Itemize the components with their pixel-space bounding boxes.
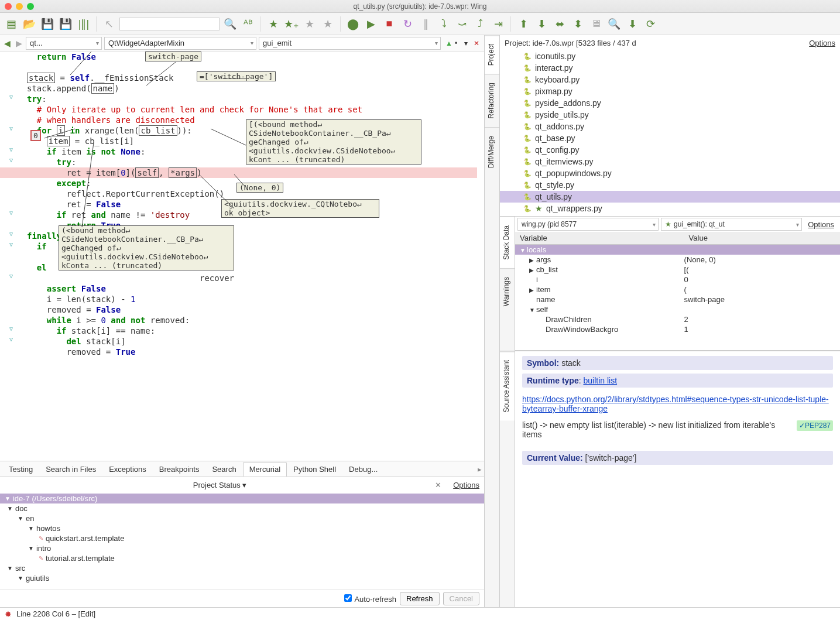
- tab-debug-[interactable]: Debug...: [342, 462, 384, 477]
- crumb-file[interactable]: qt...: [26, 37, 102, 50]
- tab-python-shell[interactable]: Python Shell: [287, 462, 342, 477]
- stack-options-link[interactable]: Options: [808, 220, 834, 229]
- monitor-icon[interactable]: 🖥: [588, 16, 604, 32]
- tree-item[interactable]: ▼howtos: [0, 523, 484, 533]
- nav-back-icon[interactable]: ◀: [2, 39, 12, 48]
- file-item[interactable]: 🐍qt_itemviews.py: [500, 156, 840, 167]
- mercurial-tree[interactable]: ▼ide-7 (/Users/sdeibel/src) ▼doc▼en▼howt…: [0, 492, 484, 590]
- crumb-method[interactable]: gui_emit: [259, 37, 441, 50]
- runtime-type-link[interactable]: builtin list: [583, 376, 617, 385]
- search-input[interactable]: [119, 18, 220, 30]
- tree-item[interactable]: ▼doc: [0, 503, 484, 513]
- variable-row[interactable]: ▼locals: [515, 245, 840, 255]
- tab-project[interactable]: Project: [485, 35, 499, 74]
- file-item[interactable]: 🐍pixmap.py: [500, 85, 840, 97]
- auto-refresh-checkbox[interactable]: Auto-refresh: [344, 594, 396, 604]
- tree-item[interactable]: ▼intro: [0, 543, 484, 553]
- tab-warnings[interactable]: Warnings: [500, 268, 515, 314]
- step-into-icon[interactable]: ⤵: [436, 16, 451, 32]
- bookmark-prev-icon[interactable]: ★: [302, 16, 317, 32]
- variable-row[interactable]: ▶args(None, 0): [515, 255, 840, 265]
- file-item[interactable]: 🐍pyside_addons.py: [500, 97, 840, 109]
- variable-row[interactable]: nameswitch-page: [515, 294, 840, 304]
- close-panel-icon[interactable]: ✕: [435, 481, 441, 489]
- warning-icon[interactable]: ▲: [445, 39, 454, 47]
- tree-item[interactable]: ▼en: [0, 513, 484, 523]
- tab-exceptions[interactable]: Exceptions: [102, 462, 153, 477]
- step-out-icon[interactable]: ⤴: [472, 16, 488, 32]
- tree-item[interactable]: ✎tutorial.arst.template: [0, 553, 484, 563]
- frame-out-icon[interactable]: ⬌: [552, 16, 567, 32]
- step-over-icon[interactable]: ⤻: [454, 16, 469, 32]
- file-item[interactable]: 🐍★ qt_wrappers.py: [500, 203, 840, 214]
- variable-row[interactable]: i0: [515, 275, 840, 285]
- frame-down-icon[interactable]: ⬇: [534, 16, 549, 32]
- open-file-icon[interactable]: 📂: [22, 16, 37, 32]
- project-options-link[interactable]: Options: [809, 39, 835, 47]
- pause-icon[interactable]: ‖: [418, 16, 433, 32]
- bottom-options-link[interactable]: Options: [453, 481, 479, 489]
- file-item[interactable]: 🐍qt_utils.py: [500, 191, 840, 203]
- play-icon[interactable]: ▶: [364, 16, 379, 32]
- variable-row[interactable]: ▼self: [515, 304, 840, 314]
- close-icon[interactable]: ✕: [474, 39, 482, 47]
- restart-icon[interactable]: ↻: [400, 16, 415, 32]
- tree-item[interactable]: ▼guiutils: [0, 573, 484, 583]
- file-item[interactable]: 🐍keyboard.py: [500, 74, 840, 85]
- file-item[interactable]: 🐍interact.py: [500, 62, 840, 74]
- variable-row[interactable]: ▶cb_list[(: [515, 265, 840, 275]
- file-item[interactable]: 🐍pyside_utils.py: [500, 109, 840, 121]
- variable-row[interactable]: DrawWindowBackgro1: [515, 324, 840, 334]
- refresh-button[interactable]: Refresh: [400, 592, 440, 605]
- spellcheck-icon[interactable]: ᴬᴮ: [241, 16, 256, 32]
- frame-selector[interactable]: ★gui_emit(): qt_ut: [661, 218, 802, 231]
- nav-fwd-icon[interactable]: ▶: [14, 39, 23, 48]
- pointer-icon[interactable]: ↖: [101, 16, 116, 32]
- search-icon[interactable]: 🔍: [222, 16, 238, 32]
- save-all-icon[interactable]: 💾: [58, 16, 73, 32]
- variable-row[interactable]: ▶item(: [515, 285, 840, 294]
- bookmark-next-icon[interactable]: ★: [320, 16, 335, 32]
- tree-item[interactable]: ▼src: [0, 563, 484, 573]
- download-icon[interactable]: ⬇: [625, 16, 640, 32]
- tab-source-assistant[interactable]: Source Assistant: [500, 351, 515, 420]
- file-item[interactable]: 🐍iconutils.py: [500, 50, 840, 62]
- file-item[interactable]: 🐍qt_popupwindows.py: [500, 167, 840, 179]
- variables-table[interactable]: VariableValue ▼locals▶args(None, 0)▶cb_l…: [515, 232, 840, 350]
- doc-link[interactable]: https://docs.python.org/2/library/stdtyp…: [522, 395, 829, 413]
- project-status-dropdown[interactable]: Project Status ▾: [193, 481, 247, 489]
- save-icon[interactable]: 💾: [40, 16, 55, 32]
- process-selector[interactable]: wing.py (pid 8577: [517, 218, 659, 231]
- project-file-list[interactable]: 🐍iconutils.py🐍interact.py🐍keyboard.py🐍pi…: [500, 50, 840, 216]
- bug-icon[interactable]: ✸: [5, 609, 12, 619]
- tab-stack-data[interactable]: Stack Data: [500, 217, 515, 268]
- tab-refactoring[interactable]: Refactoring: [485, 74, 499, 126]
- file-item[interactable]: 🐍qt_base.py: [500, 132, 840, 144]
- continue-icon[interactable]: ⇥: [491, 16, 506, 32]
- frame-up-icon[interactable]: ⬆: [516, 16, 531, 32]
- tree-item[interactable]: ✎quickstart.arst.template: [0, 533, 484, 543]
- variable-row[interactable]: DrawChildren2: [515, 314, 840, 324]
- file-item[interactable]: 🐍qt_addons.py: [500, 121, 840, 132]
- tab-diff-merge[interactable]: Diff/Merge: [485, 127, 499, 176]
- tab-mercurial[interactable]: Mercurial: [243, 462, 287, 477]
- caret-down-icon[interactable]: ▾: [464, 39, 472, 47]
- file-item[interactable]: 🐍qt_style.py: [500, 179, 840, 191]
- bookmark-icon[interactable]: ★: [266, 16, 281, 32]
- sync-icon[interactable]: ⟳: [643, 16, 658, 32]
- bookmark-add-icon[interactable]: ★₊: [284, 16, 299, 32]
- new-file-icon[interactable]: ▤: [4, 16, 19, 32]
- stop-icon[interactable]: ■: [382, 16, 397, 32]
- code-editor[interactable]: ▽ ▽ ▽ ▽ ▽ ▽ ▽ ▽ ▽ ▽ ▽ return False stack…: [0, 52, 484, 461]
- record-icon[interactable]: ⬤: [345, 16, 361, 32]
- tab-breakpoints[interactable]: Breakpoints: [153, 462, 206, 477]
- crumb-class[interactable]: QtWidgetAdapterMixin: [104, 37, 256, 50]
- indent-icon[interactable]: |‖|: [76, 16, 91, 32]
- tab-search-in-files[interactable]: Search in Files: [39, 462, 102, 477]
- tab-search[interactable]: Search: [205, 462, 242, 477]
- dot-icon[interactable]: •: [455, 39, 463, 47]
- frame-in-icon[interactable]: ⬍: [570, 16, 585, 32]
- zoom-icon[interactable]: 🔍: [606, 16, 622, 32]
- file-item[interactable]: 🐍qt_config.py: [500, 144, 840, 156]
- cancel-button[interactable]: Cancel: [443, 592, 479, 605]
